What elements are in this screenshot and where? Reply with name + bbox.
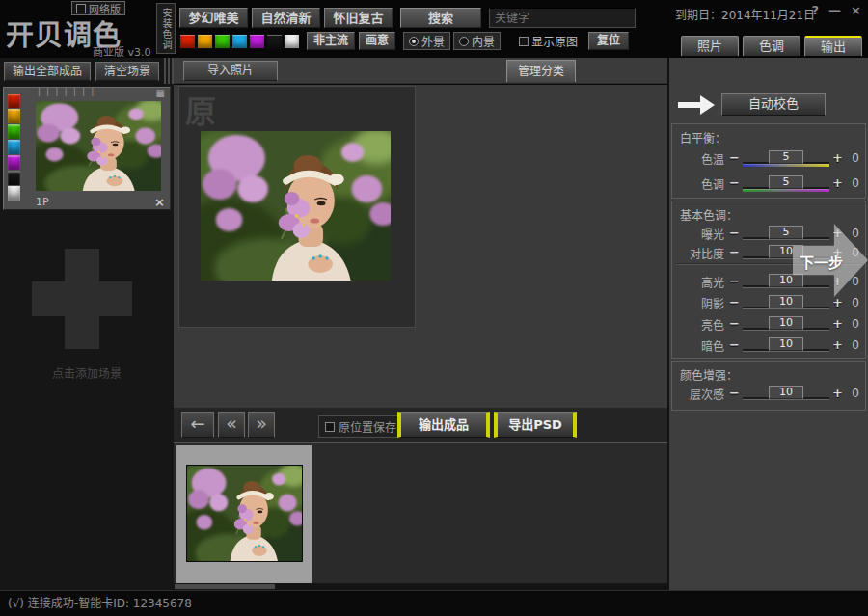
back-arrow-button[interactable]: ←: [181, 412, 214, 438]
add-scene-button[interactable]: 点击添加场景: [0, 212, 174, 386]
style-button-dreamy[interactable]: 梦幻唯美: [179, 8, 248, 28]
minus-icon[interactable]: −: [727, 296, 742, 309]
slider-value: 10: [769, 295, 803, 308]
color-swatch-purple[interactable]: [249, 34, 265, 49]
minus-icon[interactable]: −: [727, 387, 742, 400]
group-title: 颜色增强：: [680, 366, 738, 383]
radio-checked-icon[interactable]: [409, 37, 419, 46]
slider-label: 对比度: [676, 245, 724, 261]
filmstrip-photo[interactable]: [186, 465, 303, 562]
manage-categories-button[interactable]: 管理分类: [506, 60, 576, 82]
close-button[interactable]: ×: [851, 3, 861, 17]
minus-icon[interactable]: −: [727, 317, 742, 331]
minus-icon[interactable]: −: [727, 151, 742, 165]
preview-photo: [201, 131, 391, 281]
swatch-icon[interactable]: [8, 94, 20, 108]
minimize-button[interactable]: —: [828, 3, 841, 17]
slider-track[interactable]: 5: [743, 175, 829, 192]
color-swatch-red[interactable]: [179, 34, 196, 49]
style-button-retro[interactable]: 怀旧复古: [324, 8, 393, 28]
slider-value: 10: [769, 316, 803, 330]
color-enhance-group: 颜色增强： 层次感 − 10 + 0: [671, 361, 866, 411]
export-psd-button[interactable]: 导出PSD: [494, 412, 577, 438]
search-button[interactable]: 搜索: [400, 8, 481, 28]
install-presets-button[interactable]: 安装色调: [156, 3, 176, 54]
plus-icon[interactable]: +: [830, 296, 845, 309]
previous-button[interactable]: «: [218, 412, 245, 438]
plus-icon[interactable]: +: [830, 151, 845, 165]
radio-outdoor[interactable]: 外景: [403, 32, 450, 50]
next-button[interactable]: »: [248, 412, 275, 438]
reset-button[interactable]: 复位: [588, 32, 629, 50]
network-edition-checkbox[interactable]: 网络版: [71, 1, 125, 15]
scrollbar-thumb[interactable]: [175, 584, 275, 589]
filmstrip-selected-cell[interactable]: [176, 445, 312, 583]
plus-icon[interactable]: +: [830, 338, 845, 352]
slider-label: 暗色: [676, 337, 724, 354]
slider-track[interactable]: 10: [743, 316, 829, 333]
swatch-icon[interactable]: [8, 124, 20, 139]
color-swatch-green[interactable]: [214, 34, 231, 49]
checkbox-icon[interactable]: [325, 422, 335, 432]
swatch-icon[interactable]: [8, 171, 20, 185]
grid-icon[interactable]: ▦: [156, 88, 165, 98]
swatch-icon[interactable]: [8, 140, 20, 154]
scene-thumbnail-photo[interactable]: [36, 101, 161, 191]
radio-icon[interactable]: [459, 37, 469, 46]
minus-icon[interactable]: −: [727, 275, 742, 288]
scene-sidebar: 输出全部成品 清空场景 | | | | | | | ▦ 1P ×: [0, 58, 174, 590]
slider-label: 色温: [676, 150, 724, 167]
slider-track[interactable]: 10: [743, 386, 829, 402]
plus-icon[interactable]: +: [830, 317, 845, 331]
minus-icon[interactable]: −: [727, 246, 742, 259]
keep-location-checkbox[interactable]: 原位置保存: [318, 415, 403, 438]
group-title: 白平衡：: [680, 129, 726, 146]
radio-indoor[interactable]: 内景: [453, 32, 501, 50]
style-button-natural[interactable]: 自然清新: [252, 8, 320, 28]
output-all-button[interactable]: 输出全部成品: [4, 62, 91, 81]
slider-value: 5: [769, 226, 803, 239]
import-photos-button[interactable]: 导入照片: [183, 61, 278, 81]
right-arrow-icon: [677, 94, 716, 116]
output-product-button[interactable]: 输出成品: [397, 412, 490, 438]
slider-track[interactable]: 5: [743, 226, 829, 242]
help-button[interactable]: ?: [812, 3, 820, 17]
swatch-icon[interactable]: [8, 186, 20, 201]
slider-reading: 0: [848, 338, 863, 352]
slider-reading: 0: [848, 176, 863, 190]
tab-color[interactable]: 色调: [743, 36, 800, 56]
plus-icon[interactable]: +: [830, 176, 845, 190]
slider-track[interactable]: 10: [743, 295, 829, 311]
tab-photos[interactable]: 照片: [681, 36, 739, 56]
color-swatch-white[interactable]: [284, 34, 300, 49]
checkbox-icon[interactable]: [519, 37, 529, 46]
keyword-input[interactable]: [489, 8, 636, 28]
adjustments-panel: 自动校色 白平衡： 色温 − 5 + 0 色调 − 5: [667, 58, 868, 590]
swatch-icon[interactable]: [8, 155, 20, 170]
slider-track[interactable]: 5: [743, 150, 829, 167]
color-swatch-blue[interactable]: [231, 34, 248, 49]
close-icon[interactable]: ×: [154, 195, 165, 209]
slider-value: 10: [769, 337, 803, 351]
minus-icon[interactable]: −: [727, 176, 742, 190]
auto-color-button[interactable]: 自动校色: [721, 93, 826, 116]
show-original-checkbox[interactable]: 显示原图: [514, 32, 583, 50]
tab-output[interactable]: 输出: [804, 36, 862, 56]
plus-icon[interactable]: +: [830, 387, 845, 400]
color-swatch-black[interactable]: [266, 34, 283, 49]
color-swatch-orange[interactable]: [197, 34, 213, 49]
swatch-icon[interactable]: [8, 109, 20, 123]
tag-button-artistic[interactable]: 画意: [359, 32, 395, 50]
next-step-label: 下一步: [800, 252, 843, 272]
scene-card[interactable]: | | | | | | | ▦ 1P ×: [3, 87, 171, 210]
minus-icon[interactable]: −: [727, 338, 742, 352]
clear-scenes-button[interactable]: 清空场景: [95, 62, 159, 81]
tag-button-nonmainstream[interactable]: 非主流: [307, 32, 355, 50]
center-top-strip: 导入照片 管理分类: [174, 58, 667, 84]
minus-icon[interactable]: −: [727, 227, 742, 240]
slider-track[interactable]: 10: [743, 337, 829, 354]
slider-track[interactable]: 10: [743, 274, 829, 290]
connection-status: (√) 连接成功-智能卡ID: 12345678: [8, 597, 192, 610]
checkbox-icon[interactable]: [76, 4, 86, 13]
slider-reading: 0: [848, 227, 863, 240]
